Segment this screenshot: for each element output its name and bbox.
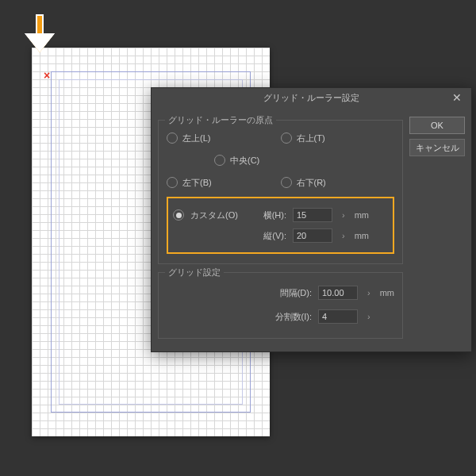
ok-button[interactable]: OK	[409, 117, 465, 134]
chevron-right-icon[interactable]: ›	[364, 312, 374, 321]
unit-mm: mm	[355, 210, 369, 220]
radio-label: 右下(R)	[297, 177, 326, 189]
h-input[interactable]	[293, 208, 332, 222]
grid-settings-group: グリッド設定 間隔(D): › mm 分割数(I): › mm	[158, 272, 403, 339]
radio-icon	[214, 155, 225, 166]
radio-icon	[167, 177, 178, 188]
radio-top-left[interactable]: 左上(L)	[167, 129, 281, 148]
radio-label: 左上(L)	[182, 132, 210, 144]
chevron-right-icon[interactable]: ›	[364, 288, 374, 298]
v-input[interactable]	[293, 228, 332, 243]
unit-mm: mm	[355, 231, 369, 240]
unit-mm: mm	[380, 288, 394, 298]
origin-group: グリッド・ルーラーの原点 左上(L) 右上(T) 中央(C)	[158, 120, 403, 264]
close-icon[interactable]: ✕	[447, 88, 466, 107]
custom-origin-highlight: カスタム(O) 横(H): › mm 縦(V): › mm	[167, 197, 394, 254]
dialog-title: グリッド・ルーラー設定	[263, 92, 359, 104]
radio-center[interactable]: 中央(C)	[167, 151, 394, 170]
division-input[interactable]	[318, 309, 358, 324]
grid-ruler-settings-dialog: グリッド・ルーラー設定 ✕ グリッド・ルーラーの原点 左上(L) 右上(T)	[151, 87, 472, 352]
radio-label: 左下(B)	[182, 177, 212, 189]
chevron-right-icon[interactable]: ›	[339, 210, 348, 220]
chevron-right-icon[interactable]: ›	[339, 231, 348, 240]
radio-custom[interactable]	[173, 209, 184, 221]
dialog-titlebar[interactable]: グリッド・ルーラー設定 ✕	[152, 88, 471, 107]
division-label: 分割数(I):	[264, 311, 312, 323]
radio-bottom-left[interactable]: 左下(B)	[167, 173, 281, 192]
grid-settings-legend: グリッド設定	[165, 267, 224, 278]
spacing-input[interactable]	[318, 286, 358, 300]
radio-bottom-right[interactable]: 右下(R)	[281, 173, 395, 192]
v-label: 縦(V):	[251, 230, 286, 242]
radio-label: カスタム(O)	[190, 209, 244, 221]
radio-icon	[281, 177, 292, 188]
radio-label: 右上(T)	[297, 132, 325, 144]
spacing-label: 間隔(D):	[264, 287, 312, 299]
origin-marker-icon: ×	[44, 70, 50, 81]
h-label: 横(H):	[251, 209, 286, 221]
origin-radio-grid: 左上(L) 右上(T) 中央(C) 左下(B)	[167, 129, 394, 192]
cancel-button[interactable]: キャンセル	[409, 139, 465, 156]
origin-legend: グリッド・ルーラーの原点	[165, 114, 276, 126]
radio-label: 中央(C)	[230, 155, 259, 167]
radio-top-right[interactable]: 右上(T)	[281, 129, 395, 148]
radio-icon	[281, 132, 292, 144]
radio-icon	[167, 132, 178, 144]
